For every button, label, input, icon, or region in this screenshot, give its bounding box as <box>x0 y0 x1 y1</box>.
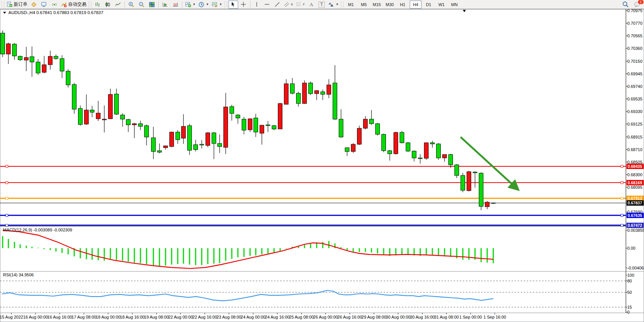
candle-bearish[interactable] <box>218 143 222 147</box>
candle-bullish[interactable] <box>260 125 264 133</box>
candle-bearish[interactable] <box>13 44 17 56</box>
line-handle[interactable] <box>621 182 623 184</box>
candle-bullish[interactable] <box>351 144 355 151</box>
candle-bearish[interactable] <box>309 83 313 94</box>
candle-bearish[interactable] <box>437 144 441 158</box>
channel-button[interactable]: E <box>283 0 294 9</box>
candle-bearish[interactable] <box>290 84 295 93</box>
candle-bearish[interactable] <box>418 158 422 159</box>
candle-bearish[interactable] <box>370 119 374 124</box>
line-handle[interactable] <box>6 182 8 184</box>
line-handle[interactable] <box>6 165 8 167</box>
candle-bearish[interactable] <box>121 115 125 119</box>
search-icon[interactable] <box>622 1 629 8</box>
candle-bearish[interactable] <box>72 84 77 109</box>
candle-bearish[interactable] <box>212 133 216 143</box>
candle-bearish[interactable] <box>412 151 416 158</box>
candle-bearish[interactable] <box>382 134 386 151</box>
terminal-button[interactable] <box>39 0 49 9</box>
zoom-out-button[interactable] <box>137 0 147 9</box>
candle-bearish[interactable] <box>176 132 180 140</box>
templates-button[interactable]: ▼ <box>210 0 223 9</box>
candle-bearish[interactable] <box>339 119 343 137</box>
candle-bullish[interactable] <box>170 132 174 147</box>
line-handle[interactable] <box>6 224 8 226</box>
trendline-button[interactable] <box>273 0 282 9</box>
candle-bearish[interactable] <box>126 120 131 125</box>
line-chart-button[interactable] <box>113 0 123 9</box>
candle-bearish[interactable] <box>296 93 301 104</box>
candle-bearish[interactable] <box>430 143 435 144</box>
timeframe-button-m15[interactable]: M15 <box>371 0 383 9</box>
label-button[interactable]: T <box>317 0 327 9</box>
line-handle[interactable] <box>621 165 623 167</box>
candle-bullish[interactable] <box>424 143 429 158</box>
candle-bullish[interactable] <box>206 133 210 145</box>
toolbar-grip[interactable] <box>2 2 4 8</box>
chart-canvas[interactable]: 0.709750.707700.705650.703600.701500.699… <box>0 9 644 322</box>
candle-bearish[interactable] <box>78 108 83 124</box>
notifications-button[interactable]: 1 <box>634 2 641 8</box>
vline-button[interactable] <box>252 0 262 9</box>
candle-bearish[interactable] <box>242 119 246 130</box>
candle-bearish[interactable] <box>406 143 410 151</box>
candle-bullish[interactable] <box>284 84 289 104</box>
cursor-button[interactable] <box>228 0 238 9</box>
candle-bearish[interactable] <box>54 56 58 59</box>
line-handle[interactable] <box>6 214 8 217</box>
candle-bearish[interactable] <box>461 175 465 190</box>
candle-bearish[interactable] <box>479 173 483 206</box>
candle-bearish[interactable] <box>1 33 5 54</box>
candle-bullish[interactable] <box>24 57 29 60</box>
tile-windows-button[interactable] <box>147 0 157 9</box>
candle-bearish[interactable] <box>18 56 22 60</box>
candle-bearish[interactable] <box>139 124 143 126</box>
shapes-button[interactable]: ▼ <box>327 0 340 9</box>
candle-bullish[interactable] <box>6 44 11 54</box>
candle-bearish[interactable] <box>200 144 204 145</box>
timeframe-button-d1[interactable]: D1 <box>422 0 435 9</box>
candle-bearish[interactable] <box>194 145 198 150</box>
candle-bearish[interactable] <box>115 94 119 114</box>
timeframe-button-m1[interactable]: M1 <box>345 0 357 9</box>
candle-bearish[interactable] <box>230 107 234 113</box>
candle-bullish[interactable] <box>467 172 471 191</box>
candlestick-chart-button[interactable] <box>103 0 113 9</box>
candle-bullish[interactable] <box>132 124 137 125</box>
candle-bearish[interactable] <box>145 126 149 137</box>
candle-bullish[interactable] <box>357 128 362 144</box>
line-handle[interactable] <box>621 224 623 226</box>
candle-bearish[interactable] <box>36 62 40 73</box>
candle-bearish[interactable] <box>90 110 94 112</box>
symbols-button[interactable] <box>29 0 39 9</box>
timeframe-button-w1[interactable]: W1 <box>435 0 448 9</box>
line-handle[interactable] <box>6 197 8 199</box>
candle-bearish[interactable] <box>376 124 380 134</box>
candle-bullish[interactable] <box>327 85 331 94</box>
line-handle[interactable] <box>621 197 623 199</box>
candle-bullish[interactable] <box>363 119 368 128</box>
chart-area[interactable]: 0.709750.707700.705650.703600.701500.699… <box>0 9 644 322</box>
candle-bullish[interactable] <box>394 132 398 154</box>
crosshair-button[interactable] <box>239 0 249 9</box>
timeframe-button-h1[interactable]: H1 <box>397 0 409 9</box>
candle-bearish[interactable] <box>400 132 404 143</box>
candle-bullish[interactable] <box>182 126 186 138</box>
periods-button[interactable]: ▼ <box>197 0 210 9</box>
candle-bearish[interactable] <box>333 83 337 119</box>
candle-bearish[interactable] <box>473 172 477 173</box>
line-handle[interactable] <box>621 214 623 217</box>
text-button[interactable]: A <box>306 0 316 9</box>
auto-scroll-button[interactable] <box>160 0 170 9</box>
signals-button[interactable] <box>49 0 59 9</box>
candle-bearish[interactable] <box>491 203 496 203</box>
toolbar-grip[interactable] <box>341 2 344 8</box>
candle-bullish[interactable] <box>42 65 46 72</box>
candle-bullish[interactable] <box>248 119 252 130</box>
candle-bearish[interactable] <box>30 57 34 62</box>
candle-bearish[interactable] <box>449 155 453 165</box>
candle-bullish[interactable] <box>102 119 107 120</box>
candle-bullish[interactable] <box>164 146 168 148</box>
candle-bullish[interactable] <box>48 56 53 65</box>
candle-bearish[interactable] <box>188 126 192 150</box>
